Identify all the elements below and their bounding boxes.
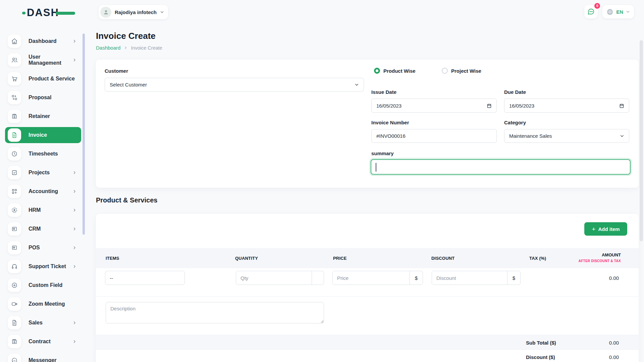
quantity-input[interactable] (236, 271, 312, 285)
calendar-icon (487, 103, 492, 108)
sidebar-menu: Dashboard User Management Product & Serv… (0, 24, 87, 362)
company-switcher[interactable]: Rajodiya infotech (99, 5, 168, 19)
discount-input-group: $ (432, 271, 521, 285)
chevron-right-icon (72, 189, 76, 193)
plus-circle-icon (8, 279, 21, 292)
invoice-details-card: Customer Select Customer Product Wise Pr… (96, 60, 639, 188)
chevron-right-icon (72, 246, 76, 250)
logo-green-bar (56, 12, 75, 15)
summary-textarea[interactable] (371, 159, 631, 175)
row-amount-value: 0.00 (609, 271, 619, 285)
col-amount: AMOUNT (602, 252, 621, 257)
price-input-group: $ (332, 271, 423, 285)
breadcrumb: Dashboard Invoice Create (96, 45, 162, 51)
sidebar-item-product-service[interactable]: Product & Service (5, 71, 81, 87)
chevron-right-icon (72, 171, 76, 175)
sidebar-item-retainer[interactable]: Retainer (5, 108, 81, 124)
transfer-icon (8, 91, 21, 104)
sidebar-item-dashboard[interactable]: Dashboard (5, 33, 81, 49)
messages-button[interactable]: 0 (584, 5, 598, 18)
items-input[interactable] (105, 271, 185, 285)
clock-icon (8, 147, 21, 161)
invoice-number-label: Invoice Number (371, 120, 409, 125)
price-input[interactable] (333, 271, 410, 285)
sidebar-item-sales[interactable]: Sales (5, 315, 81, 331)
sidebar-item-proposal[interactable]: Proposal (5, 89, 81, 106)
logo-text: DASH (27, 7, 59, 18)
chevron-down-icon (620, 134, 624, 138)
chevron-right-icon (72, 39, 76, 43)
radio-project-wise[interactable]: Project Wise (442, 68, 481, 74)
row-divider (96, 296, 639, 297)
sidebar-item-zoom-meeting[interactable]: Zoom Meeting (5, 296, 81, 312)
headset-icon (8, 260, 21, 273)
sidebar-item-user-management[interactable]: User Management (5, 52, 81, 68)
page-scrollbar[interactable] (640, 40, 643, 241)
chevron-down-icon (160, 10, 164, 14)
sidebar-scrollbar[interactable] (83, 34, 85, 235)
category-label: Category (504, 120, 526, 125)
add-item-button[interactable]: + Add item (584, 222, 627, 236)
issue-date-label: Issue Date (371, 89, 396, 95)
sidebar-item-invoice[interactable]: Invoice (5, 127, 81, 143)
sidebar-item-messenger[interactable]: Messenger (5, 352, 81, 362)
frame-icon (8, 222, 21, 236)
quantity-addon (312, 271, 324, 285)
check-square-icon (8, 166, 21, 179)
sidebar-item-contract[interactable]: Contract (5, 334, 81, 350)
sidebar-item-crm[interactable]: CRM (5, 221, 81, 237)
issue-date-input[interactable]: 16/05/2023 (371, 99, 497, 113)
user-scan-icon (8, 203, 21, 217)
subtotal-row: Sub Total ($) 0.00 (96, 335, 639, 350)
col-tax: TAX (%) (529, 256, 546, 261)
due-date-label: Due Date (504, 89, 526, 95)
sidebar-item-support-ticket[interactable]: Support Ticket (5, 258, 81, 275)
discount-total-value: 0.00 (609, 350, 619, 362)
chevron-right-icon (72, 264, 76, 268)
home-icon (8, 35, 21, 48)
due-date-input[interactable]: 16/05/2023 (504, 99, 629, 113)
product-services-card: + Add item ITEMS QUANTITY PRICE DISCOUNT… (96, 214, 639, 362)
summary-label: summary (371, 150, 394, 156)
sidebar-item-custom-field[interactable]: Custom Field (5, 277, 81, 293)
save-icon (8, 335, 21, 348)
company-name: Rajodiya infotech (115, 9, 157, 15)
invoice-number-input[interactable]: #INVO00016 (371, 129, 497, 143)
customer-label: Customer (105, 68, 128, 74)
discount-total-label: Discount ($) (526, 350, 555, 362)
description-textarea[interactable] (106, 302, 324, 323)
save-icon (8, 110, 21, 123)
language-selector[interactable]: EN (602, 5, 634, 18)
sidebar-item-timesheets[interactable]: Timesheets (5, 146, 81, 162)
radio-unselected-icon (442, 68, 448, 74)
messages-badge: 0 (594, 3, 600, 9)
items-table-header: ITEMS QUANTITY PRICE DISCOUNT TAX (%) AM… (96, 248, 639, 268)
invoice-number-value: #INVO00016 (376, 133, 492, 139)
video-camera-icon (8, 297, 21, 311)
sidebar-item-projects[interactable]: Projects (5, 165, 81, 181)
chat-smile-icon (8, 354, 21, 362)
chevron-right-icon (72, 227, 76, 231)
customer-select[interactable]: Select Customer (105, 78, 364, 92)
topbar: DASH Rajodiya infotech 0 EN (0, 0, 644, 24)
breadcrumb-current: Invoice Create (131, 45, 162, 51)
discount-total-row: Discount ($) 0.00 (96, 350, 639, 362)
text-caret (376, 163, 376, 172)
customer-select-value: Select Customer (110, 82, 355, 87)
chevron-right-icon (72, 340, 76, 344)
breadcrumb-dashboard-link[interactable]: Dashboard (96, 45, 120, 51)
sidebar-item-hrm[interactable]: HRM (5, 202, 81, 218)
issue-date-value: 16/05/2023 (376, 103, 401, 109)
subtotal-label: Sub Total ($) (526, 335, 556, 350)
col-discount: DISCOUNT (431, 256, 455, 261)
col-price: PRICE (333, 256, 347, 261)
sidebar-item-pos[interactable]: POS (5, 240, 81, 256)
chat-bubble-icon (587, 8, 595, 15)
sidebar-item-accounting[interactable]: Accounting (5, 183, 81, 199)
category-select[interactable]: Maintenance Sales (504, 129, 629, 143)
avatar (100, 7, 111, 18)
col-amount-subheader: AFTER DISCOUNT & TAX (579, 259, 621, 263)
dash-logo[interactable]: DASH (27, 7, 80, 19)
radio-product-wise[interactable]: Product Wise (374, 68, 416, 74)
discount-input[interactable] (432, 271, 507, 285)
